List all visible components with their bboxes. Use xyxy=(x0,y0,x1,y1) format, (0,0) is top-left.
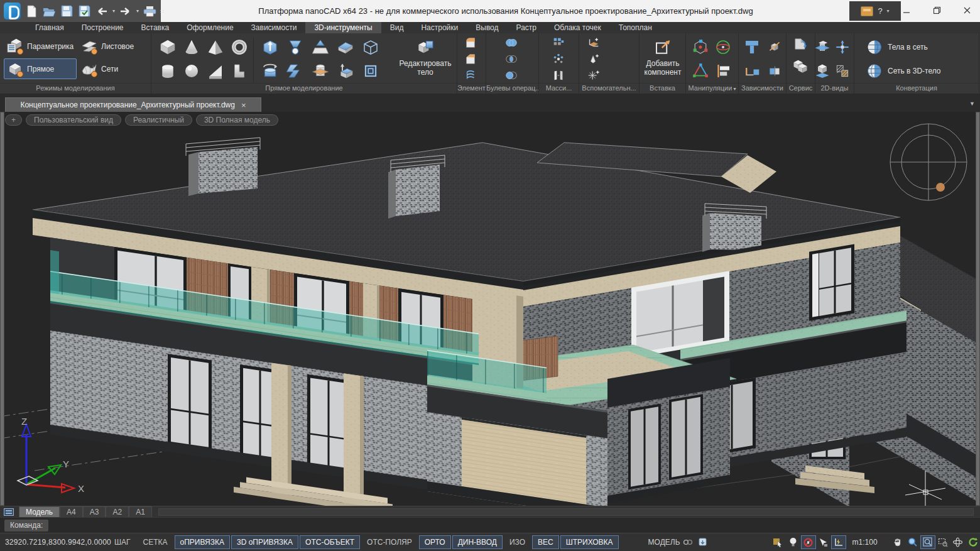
constraint-corner-icon[interactable] xyxy=(741,60,763,82)
status-toggle[interactable]: ДИН-ВВОД xyxy=(452,535,503,549)
box-primitive-icon[interactable] xyxy=(156,36,179,58)
save-as-button[interactable] xyxy=(77,4,91,19)
status-toggle[interactable]: ШТРИХОВКА xyxy=(560,535,619,549)
ribbon-tab[interactable]: Растр xyxy=(508,22,545,33)
extrude-tool-icon[interactable] xyxy=(258,36,282,58)
nanocad-logo-icon[interactable] xyxy=(4,3,21,19)
section-plane-icon[interactable] xyxy=(813,36,832,58)
selection-cycling-icon[interactable] xyxy=(771,535,786,549)
save-button[interactable] xyxy=(60,4,74,19)
status-toggle[interactable]: ОТС-ПОЛЯР xyxy=(361,535,418,549)
zoom-extents-icon[interactable] xyxy=(935,535,950,549)
loft-tool-icon[interactable] xyxy=(283,36,307,58)
align-manip-icon[interactable] xyxy=(712,60,734,82)
toolbox-icon[interactable] xyxy=(861,6,873,16)
ribbon-tab[interactable]: Вид xyxy=(381,22,413,33)
offset-face-tool-icon[interactable] xyxy=(334,36,357,58)
spiral-icon[interactable] xyxy=(464,68,477,82)
view-name-control[interactable]: Пользовательский вид xyxy=(26,114,121,126)
redo-button[interactable] xyxy=(119,4,133,19)
layout-list-icon[interactable] xyxy=(4,508,14,516)
constraint-t-icon[interactable] xyxy=(741,36,763,58)
3d-orbit-manip-icon[interactable] xyxy=(712,36,734,58)
annotation-visibility-icon[interactable] xyxy=(695,535,710,549)
mesh-mode-button[interactable]: Сети xyxy=(78,58,151,79)
open-file-button[interactable] xyxy=(42,4,56,19)
zoom-window-icon[interactable] xyxy=(920,535,935,549)
viewport-canvas[interactable]: Z Y X + Пользовательский вид xyxy=(0,112,980,506)
undo-dropdown-icon[interactable]: ▾ xyxy=(112,8,115,14)
tetrahedron-manip-icon[interactable] xyxy=(690,60,711,82)
status-toggle[interactable]: СЕТКА xyxy=(138,535,173,549)
restore-button[interactable] xyxy=(923,0,950,21)
command-line[interactable]: Команда: xyxy=(0,517,980,533)
projection-icon[interactable] xyxy=(833,36,852,58)
push-pull-tool-icon[interactable] xyxy=(334,60,357,82)
ribbon-tab[interactable]: Построение xyxy=(73,22,133,33)
help-dropdown-icon[interactable]: ▾ xyxy=(887,8,890,14)
undo-button[interactable] xyxy=(95,4,109,19)
revolve-tool-icon[interactable] xyxy=(258,60,282,82)
ribbon-tab[interactable]: Главная xyxy=(26,22,73,33)
cylinder-primitive-icon[interactable] xyxy=(156,60,179,82)
ribbon-tab[interactable]: Оформление xyxy=(178,22,242,33)
3d-model-view[interactable]: Z Y X xyxy=(0,112,980,506)
ribbon-tab[interactable]: Вставка xyxy=(133,22,178,33)
constraint-half-icon[interactable] xyxy=(764,60,785,82)
pan-icon[interactable] xyxy=(890,535,905,549)
layout-tab[interactable]: A1 xyxy=(129,506,152,517)
parametric-mode-button[interactable]: Параметрика xyxy=(4,36,77,57)
add-component-button[interactable]: Добавить компонент xyxy=(641,38,685,77)
ribbon-tab[interactable]: Настройки xyxy=(412,22,467,33)
status-toggle[interactable]: ИЗО xyxy=(504,535,531,549)
cursor-settings-icon[interactable] xyxy=(816,535,831,549)
ribbon-tab[interactable]: Вывод xyxy=(467,22,507,33)
help-button[interactable]: ? xyxy=(878,6,882,16)
ribbon-tab[interactable]: Зависимости xyxy=(242,22,306,33)
lighting-icon[interactable] xyxy=(786,535,801,549)
annotation-scale-icon[interactable] xyxy=(680,535,695,549)
cone-primitive-icon[interactable] xyxy=(180,36,203,58)
ribbon-tab[interactable]: 3D-инструменты xyxy=(305,22,381,33)
caption-dropdown-icon[interactable]: ▾ xyxy=(733,86,736,92)
wireframe-box-tool-icon[interactable] xyxy=(359,36,383,58)
print-button[interactable] xyxy=(143,4,156,19)
navigation-locator[interactable] xyxy=(890,124,967,200)
layout-tab[interactable]: A3 xyxy=(83,506,106,517)
sheet-mode-button[interactable]: Листовое xyxy=(78,36,151,57)
construction-point-icon[interactable] xyxy=(587,68,601,82)
rectangle-tool-icon[interactable] xyxy=(359,60,383,82)
boolean-intersect-icon[interactable] xyxy=(504,52,519,66)
regen-icon[interactable] xyxy=(966,535,980,549)
chamfer-icon[interactable] xyxy=(464,52,477,66)
minimize-button[interactable] xyxy=(893,0,920,21)
mesh-to-solid-button[interactable]: Сеть в 3D-тело xyxy=(866,62,941,80)
left-scrollbar[interactable] xyxy=(0,112,4,506)
new-file-button[interactable] xyxy=(24,4,38,19)
horizontal-scrollbar[interactable] xyxy=(158,508,974,516)
dynamic-ucs-icon[interactable] xyxy=(831,535,846,549)
visual-style-control[interactable]: Реалистичный xyxy=(125,114,192,126)
view-from-solid-icon[interactable] xyxy=(813,60,832,82)
ribbon-tab[interactable]: Топоплан xyxy=(610,22,661,33)
status-toggle[interactable]: ОРТО xyxy=(419,535,451,549)
status-toggle[interactable]: ШАГ xyxy=(109,535,136,549)
viewport-add-button[interactable]: + xyxy=(5,114,22,126)
3d-gizmo-icon[interactable] xyxy=(690,36,711,58)
rectangular-array-icon[interactable] xyxy=(552,36,565,50)
construction-plane-icon[interactable] xyxy=(587,36,601,50)
zoom-icon[interactable] xyxy=(905,535,920,549)
annotation-scale-value[interactable]: m1:100 xyxy=(852,538,878,547)
combine-solids-icon[interactable] xyxy=(792,56,809,75)
sweep-tool-icon[interactable] xyxy=(283,60,307,82)
orbit-icon[interactable] xyxy=(950,535,966,549)
sphere-primitive-icon[interactable] xyxy=(180,60,203,82)
command-prompt[interactable]: Команда: xyxy=(4,520,48,532)
fillet-icon[interactable] xyxy=(464,36,477,50)
edit-body-button[interactable]: Редактировать тело xyxy=(396,37,454,77)
boolean-subtract-icon[interactable] xyxy=(504,68,519,82)
close-button[interactable] xyxy=(954,0,980,21)
construction-axis-icon[interactable] xyxy=(587,52,601,66)
direct-mode-button[interactable]: Прямое xyxy=(4,58,77,79)
pyramid-primitive-icon[interactable] xyxy=(204,36,227,58)
